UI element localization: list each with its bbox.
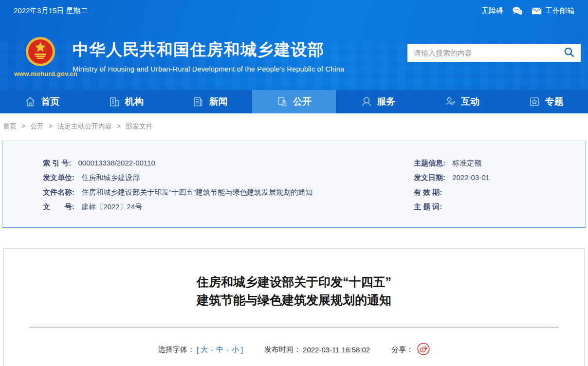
nav-item-interaction[interactable]: 互动 [420, 90, 504, 113]
article-panel: 住房和城乡建设部关于印发“十四五” 建筑节能与绿色建筑发展规划的通知 选择字体：… [3, 248, 585, 366]
info-label: 发文单位: [43, 173, 74, 182]
info-value: 2022-03-01 [452, 173, 490, 182]
info-label: 有 效 期: [414, 188, 442, 196]
info-value: 000013338/2022-00110 [78, 159, 155, 167]
search-button[interactable] [564, 47, 574, 59]
topics-icon [529, 96, 540, 108]
accessibility-link[interactable]: 无障碍 [481, 6, 503, 16]
font-size-separator: - [226, 346, 229, 354]
info-row-index-number: 索 引 号: 000013338/2022-00110 [43, 156, 414, 170]
mail-envelope-icon [532, 7, 542, 15]
share-group: 分享： [391, 343, 430, 357]
info-row-document-number: 文 号: 建标〔2022〕24号 [43, 200, 414, 214]
info-value: 住房和城乡建设部关于印发“十四五”建筑节能与绿色建筑发展规划的通知 [81, 188, 312, 196]
disclosure-icon [276, 96, 288, 108]
search-input[interactable] [414, 49, 564, 57]
work-mail-link[interactable]: 工作邮箱 [532, 6, 574, 16]
weibo-icon [417, 343, 430, 357]
site-title: 中华人民共和国住房和城乡建设部 [73, 39, 344, 61]
breadcrumb-home[interactable]: 首页 [3, 122, 17, 130]
bracket-close: ] [241, 346, 243, 354]
info-row-keywords: 主 题 词: [414, 200, 580, 214]
wechat-link[interactable] [512, 6, 523, 15]
search-box [407, 44, 581, 62]
publish-time-value: 2022-03-11 16:58:02 [303, 346, 370, 354]
info-row-document-name: 文件名称: 住房和城乡建设部关于印发“十四五”建筑节能与绿色建筑发展规划的通知 [43, 185, 414, 200]
organization-icon [109, 96, 120, 108]
info-value: 建标〔2022〕24号 [81, 202, 142, 211]
nav-item-service[interactable]: 服务 [336, 90, 420, 113]
weibo-share-button[interactable] [417, 343, 430, 357]
document-info-right-column: 主题信息: 标准定额 发文日期: 2022-03-01 有 效 期: 主 题 词… [414, 156, 585, 214]
nav-item-home[interactable]: 首页 [0, 90, 84, 113]
info-label: 主题信息: [414, 159, 445, 167]
nav-label: 新闻 [209, 95, 227, 108]
news-icon [192, 96, 204, 108]
breadcrumb-separator: > [21, 122, 25, 130]
logo-block: www.mohurd.gov.cn [14, 21, 67, 77]
info-value: 住房和城乡建设部 [81, 173, 140, 182]
breadcrumb-ministry-documents[interactable]: 部发文件 [126, 122, 153, 130]
info-label: 文 号: [43, 202, 74, 211]
service-icon [361, 96, 372, 108]
share-label: 分享： [391, 345, 413, 354]
nav-item-disclosure[interactable]: 公开 [252, 90, 336, 113]
breadcrumb-statutory-content[interactable]: 法定主动公开内容 [57, 122, 112, 130]
site-url: www.mohurd.gov.cn [14, 70, 67, 77]
site-header: www.mohurd.gov.cn 中华人民共和国住房和城乡建设部 Minist… [0, 21, 588, 90]
breadcrumb: 首页 > 公开 > 法定主动公开内容 > 部发文件 [0, 113, 588, 137]
font-size-selector: 选择字体： [ 大 - 中 - 小 ] [158, 345, 243, 354]
document-info-panel: 索 引 号: 000013338/2022-00110 发文单位: 住房和城乡建… [2, 141, 586, 228]
breadcrumb-separator: > [117, 122, 121, 130]
nav-item-topics[interactable]: 专题 [504, 90, 588, 113]
main-navigation: 首页 机构 新闻 公开 服务 互动 专题 [0, 90, 588, 113]
nav-label: 服务 [377, 95, 396, 108]
nav-label: 公开 [293, 95, 312, 108]
nav-label: 机构 [125, 95, 144, 108]
nav-item-news[interactable]: 新闻 [168, 90, 252, 113]
breadcrumb-disclosure[interactable]: 公开 [30, 122, 44, 130]
current-date: 2022年3月15日 星期二 [14, 6, 88, 16]
publish-time-group: 发布时间： 2022-03-11 16:58:02 [264, 345, 370, 354]
masthead: 2022年3月15日 星期二 无障碍 工作邮箱 [0, 0, 588, 90]
bracket-open: [ [197, 346, 199, 354]
info-label: 主 题 词: [414, 202, 442, 211]
info-row-issue-date: 发文日期: 2022-03-01 [414, 170, 580, 185]
font-size-label: 选择字体： [158, 345, 195, 354]
info-row-validity-period: 有 效 期: [414, 185, 580, 200]
title-divider [29, 327, 559, 328]
article-meta-row: 选择字体： [ 大 - 中 - 小 ] 发布时间： 2022-03-11 16:… [4, 343, 584, 357]
nav-item-organization[interactable]: 机构 [84, 90, 168, 113]
nav-label: 互动 [461, 95, 479, 108]
home-icon [24, 96, 36, 108]
font-size-large-link[interactable]: 大 [201, 345, 208, 354]
breadcrumb-separator: > [49, 122, 53, 130]
article-title-line1: 住房和城乡建设部关于印发“十四五” [4, 273, 584, 291]
interaction-icon [444, 96, 456, 108]
search-icon [564, 47, 574, 59]
article-title-line2: 建筑节能与绿色建筑发展规划的通知 [4, 291, 584, 309]
info-label: 索 引 号: [43, 159, 71, 167]
top-bar: 2022年3月15日 星期二 无障碍 工作邮箱 [0, 0, 588, 21]
info-label: 发文日期: [414, 173, 445, 182]
nav-label: 首页 [41, 95, 59, 108]
nav-label: 专题 [545, 95, 564, 108]
font-size-small-link[interactable]: 小 [232, 345, 239, 354]
font-size-separator: - [211, 346, 213, 354]
font-size-medium-link[interactable]: 中 [216, 345, 223, 354]
national-emblem-logo [25, 60, 56, 69]
document-info-left-column: 索 引 号: 000013338/2022-00110 发文单位: 住房和城乡建… [3, 156, 414, 214]
info-row-subject-info: 主题信息: 标准定额 [414, 156, 580, 170]
site-title-block: 中华人民共和国住房和城乡建设部 Ministry of Housing and … [73, 21, 344, 73]
site-subtitle: Ministry of Housing and Urban-Rural Deve… [73, 65, 344, 73]
info-row-issuing-unit: 发文单位: 住房和城乡建设部 [43, 170, 414, 185]
info-value: 标准定额 [452, 159, 481, 167]
article-title: 住房和城乡建设部关于印发“十四五” 建筑节能与绿色建筑发展规划的通知 [4, 273, 584, 309]
wechat-icon [512, 6, 523, 15]
info-label: 文件名称: [43, 188, 74, 196]
publish-time-label: 发布时间： [264, 345, 301, 354]
work-mail-label: 工作邮箱 [545, 6, 574, 16]
accessibility-label: 无障碍 [481, 6, 503, 16]
